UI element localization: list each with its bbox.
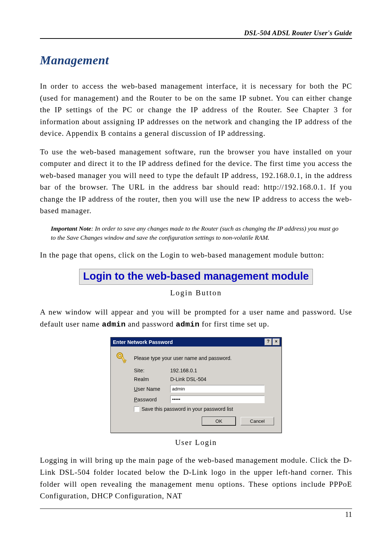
password-label-rest: assword — [138, 397, 157, 402]
page-footer: 11 — [40, 509, 352, 519]
save-password-checkbox[interactable] — [134, 406, 139, 412]
login-dialog: Enter Network Password ? × — [110, 337, 282, 433]
login-banner-button[interactable]: Login to the web-based management module — [79, 269, 313, 285]
page-number: 11 — [345, 510, 352, 518]
note-label: Important Note — [51, 225, 91, 232]
paragraph-1: In order to access the web-based managem… — [40, 80, 352, 139]
dialog-titlebar: Enter Network Password ? × — [111, 337, 281, 347]
p4-part-b: and password — [126, 320, 176, 328]
important-note: Important Note: In order to save any cha… — [51, 224, 341, 243]
dialog-instruction: Please type your user name and password. — [134, 355, 232, 361]
p4-admin1: admin — [102, 320, 126, 329]
password-label: Password — [134, 397, 170, 402]
save-accel: S — [142, 406, 145, 412]
running-header: DSL-504 ADSL Router User's Guide — [40, 29, 352, 39]
svg-rect-2 — [121, 356, 126, 363]
section-heading: Management — [40, 53, 352, 67]
key-icon — [116, 352, 130, 365]
p4-admin2: admin — [176, 320, 200, 329]
save-password-row: Save this password in your password list — [134, 406, 276, 412]
user-login-caption: User Login — [40, 438, 352, 447]
password-accel: P — [134, 397, 138, 402]
dialog-body: Please type your user name and password.… — [111, 347, 281, 433]
dialog-button-row: OK Cancel — [116, 417, 276, 428]
login-banner-wrap: Login to the web-based management module — [40, 269, 352, 285]
password-input[interactable] — [170, 396, 265, 403]
paragraph-5: Logging in will bring up the main page o… — [40, 454, 352, 502]
paragraph-4: A new window will appear and you will be… — [40, 306, 352, 331]
p4-part-c: for first time set up. — [200, 320, 269, 328]
paragraph-3: In the page that opens, click on the Log… — [40, 249, 352, 261]
close-button[interactable]: × — [273, 339, 280, 345]
cancel-button[interactable]: Cancel — [241, 417, 274, 425]
document-page: DSL-504 ADSL Router User's Guide Managem… — [0, 0, 392, 537]
svg-point-1 — [119, 355, 121, 357]
note-text: : In order to save any changes made to t… — [51, 225, 339, 241]
ok-button[interactable]: OK — [202, 417, 236, 425]
login-dialog-wrap: Enter Network Password ? × — [40, 337, 352, 433]
dialog-title: Enter Network Password — [113, 339, 173, 345]
site-value: 192.168.0.1 — [170, 368, 276, 373]
site-label: Site: — [134, 368, 170, 373]
paragraph-2: To use the web-based management software… — [40, 146, 352, 217]
username-label-rest: ser Name — [138, 386, 160, 392]
help-button[interactable]: ? — [265, 339, 272, 345]
save-password-label: Save this password in your password list — [142, 406, 233, 412]
login-button-caption: Login Button — [40, 288, 352, 297]
username-label: User Name — [134, 386, 170, 392]
realm-value: D-Link DSL-504 — [170, 376, 276, 382]
username-accel: U — [134, 386, 138, 392]
username-input[interactable] — [170, 385, 265, 393]
realm-label: Realm — [134, 376, 170, 382]
save-label-rest: ave this password in your password list — [145, 406, 233, 412]
